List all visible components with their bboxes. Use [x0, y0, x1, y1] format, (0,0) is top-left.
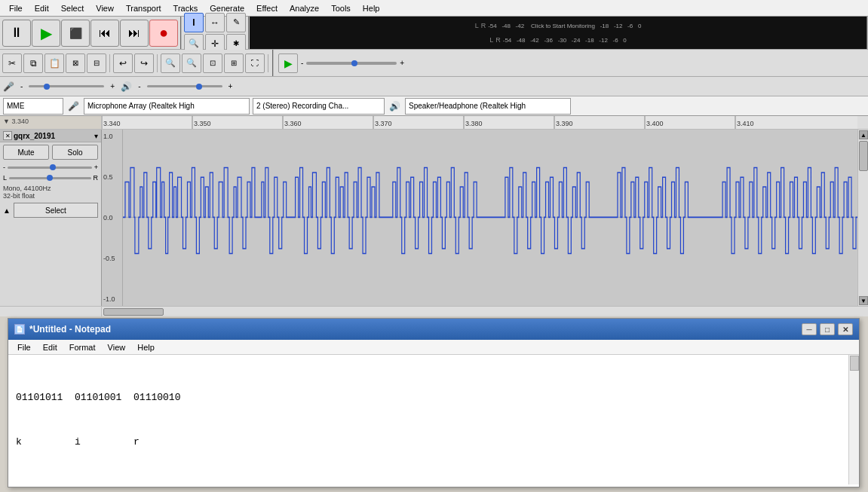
- track-dropdown[interactable]: ▾: [94, 132, 98, 140]
- redo-button[interactable]: ↪: [134, 53, 154, 73]
- trim-button[interactable]: ⊠: [66, 53, 85, 73]
- menu-tools[interactable]: Tools: [325, 2, 357, 14]
- audio-host-select[interactable]: MME: [3, 98, 63, 115]
- h-scroll-thumb[interactable]: [103, 308, 164, 316]
- collapse-icon[interactable]: ▲: [3, 206, 11, 215]
- menu-file[interactable]: File: [3, 2, 29, 14]
- track-name: gqrx_20191: [14, 132, 55, 140]
- spk-minus: -: [138, 82, 140, 90]
- v-scrollbar[interactable]: ▲ ▼: [857, 130, 868, 306]
- speaker-device-icon: 🔊: [388, 101, 402, 112]
- menu-bar: File Edit Select View Transport Tracks G…: [0, 0, 868, 17]
- scroll-up-button[interactable]: ▲: [859, 130, 868, 139]
- notepad-icon: 📄: [14, 324, 25, 335]
- mic-device-icon: 🎤: [66, 101, 81, 112]
- pan-r-label: R: [94, 174, 99, 182]
- np-menu-format[interactable]: Format: [63, 343, 102, 352]
- notepad-close-button[interactable]: ✕: [838, 323, 853, 335]
- skip-start-button[interactable]: ⏮: [90, 20, 119, 47]
- menu-select[interactable]: Select: [55, 2, 90, 14]
- vu-r-label2: R: [495, 36, 501, 44]
- h-scrollbar[interactable]: [0, 306, 868, 316]
- select-tool[interactable]: I: [184, 13, 204, 32]
- np-menu-view[interactable]: View: [102, 343, 132, 352]
- select-button[interactable]: Select: [14, 203, 98, 218]
- ruler: ▼ 3.340 3.340 3.350 3.360 3.370 3.380 3.: [0, 116, 868, 130]
- notepad-line1: 01101011 01101001 01110010: [16, 390, 841, 405]
- menu-analyze[interactable]: Analyze: [284, 2, 325, 14]
- vu-r-label: R: [481, 22, 486, 29]
- play-at-speed[interactable]: ▶: [278, 53, 298, 73]
- volume-slider[interactable]: [8, 167, 92, 169]
- notepad-window: 📄 *Untitled - Notepad ─ □ ✕ File Edit Fo…: [8, 318, 860, 487]
- fit-project-button[interactable]: ⊡: [203, 53, 222, 73]
- scroll-down-button[interactable]: ▼: [859, 296, 868, 305]
- playback-speed-slider[interactable]: [306, 62, 397, 65]
- menu-effect[interactable]: Effect: [250, 2, 284, 14]
- svg-text:3.390: 3.390: [556, 120, 573, 127]
- svg-text:3.340: 3.340: [103, 120, 121, 127]
- pencil-tool[interactable]: ✎: [226, 13, 246, 32]
- notepad-minimize-button[interactable]: ─: [802, 323, 817, 335]
- notepad-scroll-thumb[interactable]: [850, 356, 859, 371]
- channels-select[interactable]: 2 (Stereo) Recording Cha...: [253, 98, 385, 115]
- scroll-thumb[interactable]: [859, 141, 868, 171]
- notepad-text-area[interactable]: 01101011 01101001 01110010 k i r: [8, 355, 848, 484]
- menu-transport[interactable]: Transport: [120, 2, 167, 14]
- silence-button[interactable]: ⊟: [87, 53, 106, 73]
- pan-slider[interactable]: [9, 177, 90, 179]
- track-header: ✕ gqrx_20191 ▾: [0, 130, 101, 142]
- pan-l-label: L: [3, 174, 7, 182]
- y-label-neg-half: -0.5: [103, 255, 121, 262]
- np-menu-help[interactable]: Help: [131, 343, 161, 352]
- track-area: ▼ 3.340 3.340 3.350 3.360 3.370 3.380 3.: [0, 116, 868, 316]
- spk-plus: +: [229, 82, 233, 90]
- fit-selection-button[interactable]: ⊞: [224, 53, 244, 73]
- stop-button[interactable]: ⬛: [61, 20, 90, 47]
- zoom-in-button[interactable]: 🔍: [161, 53, 180, 73]
- play-button[interactable]: ▶: [32, 20, 60, 47]
- mic-gain-slider[interactable]: [29, 85, 104, 87]
- menu-help[interactable]: Help: [357, 2, 386, 14]
- svg-text:3.400: 3.400: [646, 120, 664, 127]
- notepad-maximize-button[interactable]: □: [820, 323, 835, 335]
- record-button[interactable]: ●: [149, 20, 178, 47]
- mic-device-select[interactable]: Microphone Array (Realtek High: [84, 98, 250, 115]
- output-device-select[interactable]: Speaker/Headphone (Realtek High: [405, 98, 571, 115]
- menu-edit[interactable]: Edit: [29, 2, 55, 14]
- notepad-line2: k i r: [16, 435, 841, 450]
- h-scrollbar-spacer: [0, 307, 102, 316]
- ruler-marks: 3.340 3.350 3.360 3.370 3.380 3.390 3.40…: [102, 116, 857, 129]
- undo-button[interactable]: ↩: [113, 53, 133, 73]
- zoom-out-button[interactable]: 🔍: [182, 53, 201, 73]
- track-bottom-row: ▲ Select: [0, 201, 101, 219]
- notepad-controls: ─ □ ✕: [802, 323, 853, 335]
- gain-row: 🎤 - + 🔊 - +: [0, 77, 868, 96]
- svg-text:3.370: 3.370: [375, 120, 392, 127]
- notepad-titlebar: 📄 *Untitled - Notepad ─ □ ✕: [8, 319, 859, 340]
- solo-button[interactable]: Solo: [52, 145, 98, 160]
- menu-view[interactable]: View: [90, 2, 120, 14]
- notepad-scrollbar[interactable]: [848, 355, 859, 484]
- svg-text:3.410: 3.410: [737, 120, 754, 127]
- skip-end-button[interactable]: ⏭: [120, 20, 149, 47]
- cut-button[interactable]: ✂: [2, 53, 22, 73]
- vol-plus-label: +: [94, 163, 98, 171]
- zoom-toggle-button[interactable]: ⛶: [245, 53, 265, 73]
- scroll-track: [858, 140, 868, 295]
- envelope-tool[interactable]: ↔: [205, 13, 225, 32]
- speaker-gain-slider[interactable]: [147, 85, 222, 87]
- track-close-area: ✕ gqrx_20191: [3, 131, 55, 140]
- copy-button[interactable]: ⧉: [23, 53, 43, 73]
- np-menu-edit[interactable]: Edit: [37, 343, 63, 352]
- paste-button[interactable]: 📋: [44, 53, 64, 73]
- notepad-title: *Untitled - Notepad: [29, 324, 111, 335]
- pause-button[interactable]: ⏸: [2, 20, 31, 47]
- waveform-display: 1.0 0.5 0.0 -0.5 -1.0: [102, 130, 857, 306]
- notepad-menu: File Edit Format View Help: [8, 340, 859, 355]
- tools-section: I ↔ ✎ 🔍 ✛ ✱: [182, 17, 250, 49]
- mute-button[interactable]: Mute: [3, 145, 49, 160]
- np-menu-file[interactable]: File: [11, 343, 37, 352]
- y-label-bottom: -1.0: [103, 295, 121, 303]
- track-close-button[interactable]: ✕: [3, 131, 12, 140]
